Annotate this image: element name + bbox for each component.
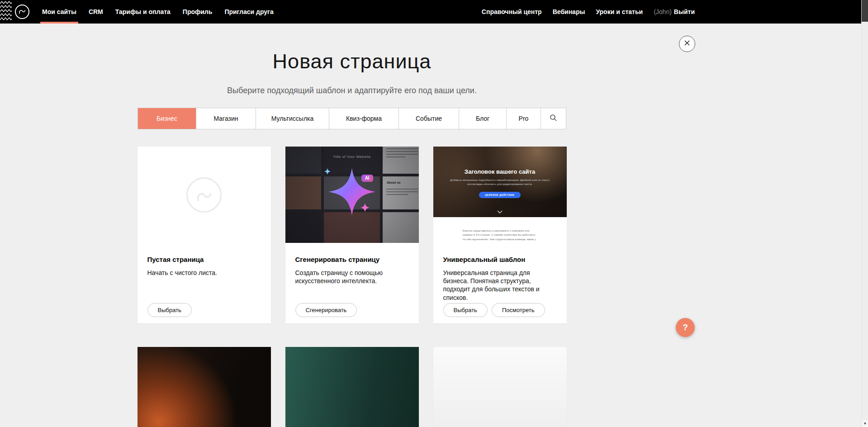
question-mark-icon: ? bbox=[683, 323, 688, 332]
card-title: Универсальный шаблон bbox=[443, 256, 557, 263]
navbar-inner: Мои сайты CRM Тарифы и оплата Профиль Пр… bbox=[0, 0, 704, 24]
preview-cta-button: ЦЕЛЕВОЕ ДЕЙСТВИЕ bbox=[479, 192, 520, 198]
card-description: Универсальная страница для бизнеса. Поня… bbox=[443, 269, 557, 302]
ai-collage: Title of Your Website About us bbox=[285, 147, 419, 243]
template-thumbnail bbox=[433, 347, 567, 427]
nav-item-lessons[interactable]: Уроки и статьи bbox=[596, 8, 643, 15]
tab-quiz-form[interactable]: Квиз-форма bbox=[329, 108, 398, 129]
tab-pro[interactable]: Pro bbox=[506, 108, 541, 129]
help-button[interactable]: ? bbox=[676, 318, 695, 337]
template-preview-hero: Заголовок вашего сайта Добавьте интересн… bbox=[433, 147, 567, 217]
zigzag-pattern-decoration bbox=[0, 0, 12, 24]
preview-heading: Заголовок вашего сайта bbox=[433, 147, 567, 175]
navbar-main-menu: Мои сайты CRM Тарифы и оплата Профиль Пр… bbox=[42, 0, 274, 24]
card-partial-template[interactable] bbox=[433, 347, 567, 427]
tab-search[interactable] bbox=[541, 108, 566, 129]
tilda-watermark-icon bbox=[186, 177, 222, 213]
nav-item-crm[interactable]: CRM bbox=[89, 0, 103, 24]
vertical-scrollbar[interactable]: ▼ bbox=[861, 0, 868, 427]
nav-item-account: (John) Выйти bbox=[654, 8, 695, 15]
template-thumbnail bbox=[285, 347, 419, 427]
chevron-down-icon bbox=[497, 207, 503, 215]
small-sparkle-icon bbox=[360, 203, 370, 214]
card-blank-page-media bbox=[138, 147, 271, 243]
nav-item-help-center[interactable]: Справочный центр bbox=[482, 8, 542, 15]
card-title: Пустая страница bbox=[147, 256, 261, 263]
card-blank-page: Пустая страница Начать с чистого листа. … bbox=[138, 147, 271, 323]
card-partial-template[interactable] bbox=[285, 347, 419, 427]
card-body: Универсальный шаблон Универсальная стран… bbox=[433, 243, 567, 302]
scrollbar-thumb[interactable] bbox=[862, 0, 868, 22]
top-navbar: Мои сайты CRM Тарифы и оплата Профиль Пр… bbox=[0, 0, 868, 24]
card-universal-template-media: Заголовок вашего сайта Добавьте интересн… bbox=[433, 147, 567, 243]
template-cards-grid: Пустая страница Начать с чистого листа. … bbox=[138, 147, 567, 427]
nav-item-profile[interactable]: Профиль bbox=[183, 0, 213, 24]
page-title: Новая страница bbox=[0, 50, 704, 73]
tab-multilink[interactable]: Мультиссылка bbox=[256, 108, 329, 129]
card-ai-generate: Title of Your Website About us bbox=[285, 147, 419, 323]
page-subtitle: Выберите подходящий шаблон и адаптируйте… bbox=[0, 86, 704, 95]
navbar-secondary-menu: Справочный центр Вебинары Уроки и статьи… bbox=[482, 8, 695, 15]
nav-item-invite-friend[interactable]: Пригласи друга bbox=[224, 0, 273, 24]
template-thumbnail bbox=[138, 347, 271, 427]
preview-subtext: Добавьте интересные подробности о вашей … bbox=[448, 178, 552, 187]
card-partial-template[interactable] bbox=[138, 347, 271, 427]
template-category-tabs: Бизнес Магазин Мультиссылка Квиз-форма С… bbox=[138, 108, 566, 129]
preview-paragraph: Коротко представьтесь и расскажите о ком… bbox=[462, 229, 537, 243]
close-button[interactable] bbox=[679, 36, 695, 52]
tab-blog[interactable]: Блог bbox=[459, 108, 506, 129]
nav-item-my-sites[interactable]: Мои сайты bbox=[42, 0, 76, 24]
search-icon bbox=[550, 114, 557, 123]
ai-badge: AI bbox=[361, 175, 373, 182]
card-description: Начать с чистого листа. bbox=[147, 269, 261, 277]
logout-link[interactable]: Выйти bbox=[674, 8, 695, 15]
new-page-modal: Новая страница Выберите подходящий шабло… bbox=[0, 24, 704, 427]
card-body: Пустая страница Начать с чистого листа. bbox=[138, 243, 271, 277]
template-preview-body: Коротко представьтесь и расскажите о ком… bbox=[433, 217, 567, 243]
username-label: (John) bbox=[654, 8, 672, 15]
tilda-logo-icon bbox=[18, 7, 26, 17]
small-sparkle-icon bbox=[324, 168, 331, 177]
choose-button[interactable]: Выбрать bbox=[147, 303, 192, 317]
card-ai-generate-media: Title of Your Website About us bbox=[285, 147, 419, 243]
scrollbar-down-arrow[interactable]: ▼ bbox=[862, 420, 868, 427]
card-body: Сгенерировать страницу Создать страницу … bbox=[285, 243, 419, 285]
card-actions: Сгенерировать bbox=[295, 303, 357, 317]
tab-business[interactable]: Бизнес bbox=[138, 108, 196, 129]
card-actions: Выбрать bbox=[147, 303, 192, 317]
tilda-logo[interactable] bbox=[15, 5, 29, 19]
nav-item-billing[interactable]: Тарифы и оплата bbox=[115, 0, 171, 24]
close-icon bbox=[684, 40, 690, 48]
nav-item-webinars[interactable]: Вебинары bbox=[553, 8, 585, 15]
view-button[interactable]: Посмотреть bbox=[492, 303, 545, 317]
tab-shop[interactable]: Магазин bbox=[196, 108, 256, 129]
generate-button[interactable]: Сгенерировать bbox=[295, 303, 357, 317]
tab-event[interactable]: Событие bbox=[398, 108, 459, 129]
card-universal-template: Заголовок вашего сайта Добавьте интересн… bbox=[433, 147, 567, 323]
card-title: Сгенерировать страницу bbox=[295, 256, 409, 263]
card-actions: Выбрать Посмотреть bbox=[443, 303, 545, 317]
card-description: Создать страницу с помощью искусственног… bbox=[295, 269, 409, 285]
choose-button[interactable]: Выбрать bbox=[443, 303, 488, 317]
